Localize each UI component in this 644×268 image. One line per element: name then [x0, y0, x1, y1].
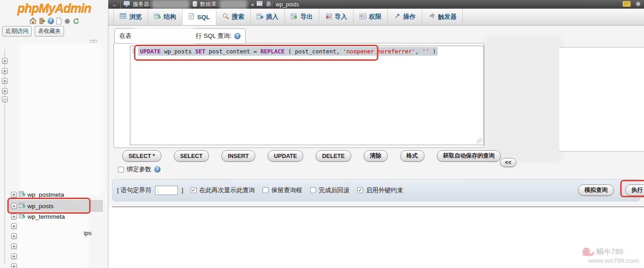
- delete-button[interactable]: DELETE: [316, 150, 351, 162]
- sidebar: phpMyAdmin ? 近期访问 表收藏夹 + + + + − + wp_po…: [0, 0, 108, 268]
- delimiter-input[interactable]: [155, 186, 178, 195]
- phpmyadmin-app: phpMyAdmin ? 近期访问 表收藏夹 + + + + − + wp_po…: [0, 0, 644, 268]
- breadcrumb-separator: [120, 0, 121, 9]
- sql-query-legend: 在表 行 SQL 查询: ?: [114, 28, 246, 44]
- help-icon[interactable]: ?: [154, 166, 161, 173]
- database-label[interactable]: 数据库:: [200, 0, 218, 8]
- checkbox[interactable]: [191, 187, 197, 193]
- collapse-panel-button[interactable]: <<: [500, 158, 516, 167]
- tree-expand-button[interactable]: +: [11, 214, 17, 220]
- settings-icon[interactable]: [64, 18, 71, 25]
- option-label: 在此再次显示此查询: [199, 186, 255, 194]
- favorite-tables-button[interactable]: 表收藏夹: [35, 26, 64, 37]
- tab-label: 触发器: [438, 13, 457, 21]
- tree-expand-button[interactable]: +: [11, 203, 17, 209]
- tab-triggers[interactable]: 触发器: [422, 9, 463, 25]
- tab-operations[interactable]: 操作: [388, 9, 422, 25]
- delimiter-label: [ 语句定界符: [117, 186, 151, 194]
- recent-tables-button[interactable]: 近期访问: [2, 26, 32, 37]
- tree-expand-button[interactable]: +: [11, 233, 17, 239]
- tab-label: 浏览: [129, 13, 142, 21]
- tree-expand-button[interactable]: +: [2, 68, 8, 74]
- insert-button[interactable]: INSERT: [221, 150, 255, 162]
- triggers-icon: [428, 13, 435, 21]
- blurred-server-name: [153, 1, 188, 7]
- execute-button[interactable]: 执行: [625, 184, 644, 196]
- get-auto-saved-query-button[interactable]: 获取自动保存的查询: [437, 150, 501, 162]
- tree-collapse-button[interactable]: −: [2, 96, 8, 102]
- back-arrow-button[interactable]: ←: [112, 1, 118, 8]
- sidebar-item-wp-postmeta[interactable]: + wp_postmeta: [11, 191, 64, 198]
- settings-icon[interactable]: [635, 1, 641, 8]
- tab-insert[interactable]: 插入: [251, 9, 285, 25]
- format-button[interactable]: 格式: [400, 150, 424, 162]
- option-label: 保留查询框: [271, 186, 302, 194]
- help-icon[interactable]: ?: [234, 33, 241, 39]
- tab-browse[interactable]: 浏览: [113, 9, 148, 25]
- sql-token: ,: [415, 48, 422, 55]
- checkbox[interactable]: [263, 187, 268, 193]
- option-rollback-when-finished[interactable]: 完成后回滚: [310, 186, 350, 194]
- table-name: wp_posts: [27, 203, 54, 210]
- tree-expand-button[interactable]: +: [2, 58, 8, 64]
- checkbox[interactable]: [357, 187, 363, 193]
- table-icon: [19, 191, 26, 198]
- console-icon[interactable]: [623, 1, 631, 8]
- blurred-database-name: [221, 1, 246, 7]
- bind-parameters-checkbox[interactable]: [118, 167, 124, 173]
- sql-editor[interactable]: 1 UPDATE wp_posts SET post_content = REP…: [130, 46, 484, 145]
- browse-icon: [120, 13, 127, 21]
- logout-icon[interactable]: [38, 17, 46, 25]
- option-retain-query-box[interactable]: 保留查询框: [263, 186, 302, 194]
- delimiter-bracket: ]: [182, 187, 183, 194]
- sidebar-item-wp-posts[interactable]: + wp_posts: [11, 202, 54, 210]
- sql-token: UPDATE: [140, 48, 164, 55]
- table-name[interactable]: wp_posts: [276, 1, 299, 8]
- tab-structure[interactable]: 结构: [148, 9, 182, 25]
- tree-expand-button[interactable]: +: [2, 78, 8, 84]
- partial-table-name: ips: [84, 230, 91, 236]
- tab-label: SQL: [197, 14, 210, 21]
- tab-privileges[interactable]: 权限: [354, 9, 388, 25]
- sql-token: ): [429, 48, 436, 55]
- select-star-button[interactable]: SELECT *: [122, 150, 161, 162]
- option-label: 启用外键约束: [366, 186, 403, 194]
- option-enable-foreign-key-checks[interactable]: 启用外键约束: [357, 186, 403, 194]
- sql-token: '': [422, 48, 429, 55]
- simulate-query-button[interactable]: 模拟查询: [578, 184, 614, 196]
- sidebar-item-wp-termmeta[interactable]: + wp_termmeta: [11, 213, 65, 220]
- sql-query-text[interactable]: UPDATE wp_posts SET post_content = REPLA…: [138, 47, 438, 56]
- server-label[interactable]: 服务器:: [133, 0, 150, 8]
- clear-button[interactable]: 清除: [364, 150, 388, 162]
- refresh-icon[interactable]: [73, 18, 80, 25]
- tree-expand-button[interactable]: +: [11, 253, 17, 259]
- tab-label: 导入: [335, 13, 347, 21]
- tree-expand-button[interactable]: +: [2, 88, 8, 94]
- watermark-name: 蜗牛789: [596, 247, 623, 257]
- editor-resize-handle[interactable]: [477, 138, 482, 143]
- server-icon: [123, 1, 130, 8]
- update-button[interactable]: UPDATE: [268, 150, 303, 162]
- search-icon: [222, 13, 229, 21]
- home-icon[interactable]: [29, 17, 37, 25]
- tab-sql[interactable]: SQL: [182, 9, 216, 25]
- privileges-icon: [360, 14, 366, 21]
- checkbox[interactable]: [310, 187, 316, 193]
- section-divider: [112, 206, 644, 207]
- tree-expand-button[interactable]: +: [11, 243, 17, 249]
- tree-expand-button[interactable]: +: [11, 192, 17, 198]
- option-show-query-again[interactable]: 在此再次显示此查询: [191, 186, 255, 194]
- tab-export[interactable]: 导出: [285, 9, 319, 25]
- tree-expand-button[interactable]: +: [11, 263, 17, 268]
- tab-search[interactable]: 搜索: [216, 9, 251, 25]
- help-icon[interactable]: ?: [48, 18, 54, 24]
- export-icon: [291, 13, 298, 21]
- tab-import[interactable]: 导入: [319, 9, 354, 25]
- select-button[interactable]: SELECT: [174, 150, 209, 162]
- tree-expand-button[interactable]: +: [11, 223, 17, 229]
- blurred-table-reference: [134, 30, 193, 42]
- document-icon[interactable]: [56, 17, 62, 25]
- line-number: 1: [132, 48, 135, 54]
- link-with-main-panel-icon[interactable]: [90, 37, 97, 46]
- query-options-toolbar: [ 语句定界符 ] 在此再次显示此查询 保留查询框 完成后回滚 启用外键约束 模…: [112, 179, 640, 201]
